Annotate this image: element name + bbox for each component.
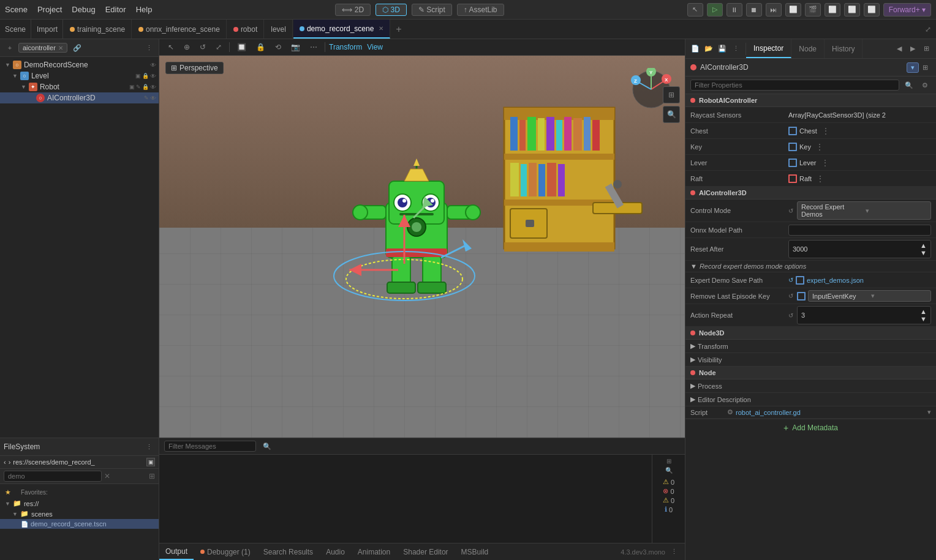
fs-item-res[interactable]: ▼ 📁 res://: [0, 498, 159, 509]
forward-plus-btn[interactable]: Forward+ ▾: [883, 3, 931, 17]
pause-btn[interactable]: ⏸: [727, 3, 742, 17]
menu-help[interactable]: Help: [136, 5, 153, 14]
menu-scene[interactable]: Scene: [5, 5, 28, 14]
perspective-badge[interactable]: ⊞ Perspective: [165, 62, 224, 74]
fs-options-btn[interactable]: ⋮: [143, 441, 155, 453]
script-dropdown-btn[interactable]: ▾: [927, 408, 931, 416]
fs-forward-btn[interactable]: ›: [9, 458, 11, 466]
inspector-save-btn[interactable]: 💾: [716, 43, 728, 55]
play-btn[interactable]: ▷: [707, 3, 723, 17]
select-tool[interactable]: ↖: [164, 42, 178, 53]
lock-btn[interactable]: 🔒: [252, 42, 269, 53]
tab-onnx-scene[interactable]: onnx_inference_scene: [132, 20, 227, 39]
tab-close-btn[interactable]: ✕: [379, 25, 383, 32]
mode-2d-btn[interactable]: ⟺ 2D: [335, 4, 371, 16]
log-filter-input[interactable]: [164, 441, 256, 452]
subsection-visibility[interactable]: ▶ Visibility: [685, 353, 936, 367]
menu-project[interactable]: Project: [37, 5, 62, 14]
tab-robot[interactable]: robot: [227, 20, 264, 39]
rotate-tool[interactable]: ↺: [196, 42, 209, 53]
tab-add-btn[interactable]: +: [391, 20, 406, 39]
log-more-btn[interactable]: ⋮: [668, 546, 680, 558]
log-tab-debugger[interactable]: Debugger (1): [194, 543, 257, 560]
mode-3d-btn[interactable]: ⬡ 3D: [376, 4, 407, 16]
tab-expand-btn[interactable]: ⤢: [920, 20, 936, 39]
mode-script-btn[interactable]: ✎ Script: [412, 4, 452, 16]
node-chip[interactable]: aicontroller ✕: [18, 43, 67, 53]
movie-btn[interactable]: 🎬: [805, 3, 821, 17]
inspector-new-btn[interactable]: 📄: [689, 43, 701, 55]
mode-assetlib-btn[interactable]: ↑ AssetLib: [457, 4, 504, 16]
control-mode-dropdown[interactable]: Record Expert Demos ▾: [797, 201, 931, 220]
inspector-tab-history[interactable]: History: [825, 39, 862, 58]
inspector-search-btn[interactable]: ◀: [893, 43, 905, 55]
prop-more-btn[interactable]: ⋮: [816, 143, 823, 151]
settings1-btn[interactable]: ⬜: [825, 3, 840, 17]
menu-debug[interactable]: Debug: [72, 5, 95, 14]
inspector-node-lock-btn[interactable]: ⊞: [919, 61, 931, 73]
settings2-btn[interactable]: ⬜: [844, 3, 860, 17]
inspector-tab-inspector[interactable]: Inspector: [746, 39, 791, 58]
filter-settings-btn[interactable]: ⚙: [919, 79, 931, 91]
tab-demo-record-scene[interactable]: demo_record_scene ✕: [293, 20, 390, 39]
number-arrows[interactable]: ▲ ▼: [920, 308, 927, 323]
fs-back-btn[interactable]: ‹: [4, 458, 6, 466]
episode-key-dropdown[interactable]: InputEventKey ▾: [808, 290, 931, 302]
inspector-lock-btn[interactable]: ⊞: [920, 43, 932, 55]
more-btn[interactable]: ⋯: [306, 42, 321, 53]
vp-right-btn2[interactable]: 🔍: [663, 106, 680, 123]
log-tab-animation[interactable]: Animation: [352, 543, 396, 560]
skip-btn[interactable]: ⬜: [785, 3, 801, 17]
subsection-transform[interactable]: ▶ Transform: [685, 340, 936, 353]
prop-more-btn[interactable]: ⋮: [817, 174, 824, 183]
log-tab-msbuild[interactable]: MSBuild: [455, 543, 495, 560]
filter-search-btn[interactable]: 🔍: [903, 79, 915, 91]
fs-search-input[interactable]: [4, 471, 102, 482]
log-tab-shader-editor[interactable]: Shader Editor: [397, 543, 454, 560]
fs-folder-btn[interactable]: ▣: [146, 458, 155, 466]
reset-after-input[interactable]: 3000 ▲ ▼: [788, 240, 931, 258]
inspector-tab-node[interactable]: Node: [791, 39, 825, 58]
inspector-forward-btn[interactable]: ▶: [907, 43, 919, 55]
action-repeat-input[interactable]: 3 ▲ ▼: [797, 306, 931, 324]
inspector-options-btn[interactable]: ⋮: [730, 43, 742, 55]
chip-close[interactable]: ✕: [58, 45, 63, 51]
snap-btn[interactable]: ⟲: [271, 42, 285, 53]
scene-link-btn[interactable]: 🔗: [71, 42, 83, 54]
tab-training-scene[interactable]: training_scene: [64, 20, 132, 39]
subsection-editor-description[interactable]: ▶ Editor Description: [685, 393, 936, 406]
log-layout-btn[interactable]: ⊞: [663, 457, 675, 465]
3d-viewport[interactable]: ⊞ Perspective: [159, 56, 685, 438]
filter-input[interactable]: [690, 80, 899, 91]
script-name[interactable]: robot_ai_controller.gd: [736, 409, 801, 416]
log-filter-btn[interactable]: 🔍: [662, 466, 676, 474]
fs-layout-btn[interactable]: ⊞: [149, 472, 155, 480]
log-tab-audio[interactable]: Audio: [320, 543, 351, 560]
add-metadata-btn[interactable]: + Add Metadata: [685, 419, 936, 436]
tree-item-demo-record-scene[interactable]: ▼ ○ DemoRecordScene 👁: [0, 59, 159, 70]
local-global-btn[interactable]: 🔲: [233, 42, 250, 53]
scene-add-btn[interactable]: +: [4, 42, 16, 54]
inspector-open-btn[interactable]: 📂: [703, 43, 715, 55]
menu-editor[interactable]: Editor: [105, 5, 126, 14]
subsection-process[interactable]: ▶ Process: [685, 379, 936, 393]
vp-right-btn1[interactable]: ⊞: [663, 86, 680, 103]
tree-item-robot[interactable]: ▼ ✦ Robot ▣ ✎ 🔒 👁: [0, 81, 159, 92]
inspector-expand-btn[interactable]: ▾: [907, 62, 919, 73]
fs-item-scenes[interactable]: ▼ 📁 scenes: [0, 509, 159, 519]
stop-btn[interactable]: ⏹: [746, 3, 762, 17]
log-tab-output[interactable]: Output: [159, 543, 194, 560]
fs-item-demo-scene[interactable]: 📄 demo_record_scene.tscn: [0, 519, 159, 529]
prop-more-btn[interactable]: ⋮: [822, 127, 829, 135]
scene-options-btn[interactable]: ⋮: [143, 42, 155, 54]
settings3-btn[interactable]: ⬜: [864, 3, 880, 17]
tree-item-level[interactable]: ▼ ○ Level ▣ 🔒 👁: [0, 70, 159, 81]
tree-item-aicontroller3d[interactable]: ▶ ○ AIController3D ✎ 👁: [0, 92, 159, 103]
onnx-path-input[interactable]: [788, 225, 931, 236]
move-tool[interactable]: ⊕: [180, 42, 194, 53]
camera-btn[interactable]: 📷: [287, 42, 304, 53]
tab-level[interactable]: level: [265, 20, 293, 39]
log-search-btn[interactable]: 🔍: [261, 440, 273, 452]
prop-more-btn[interactable]: ⋮: [821, 159, 829, 167]
move-btn[interactable]: ↖: [687, 3, 703, 17]
